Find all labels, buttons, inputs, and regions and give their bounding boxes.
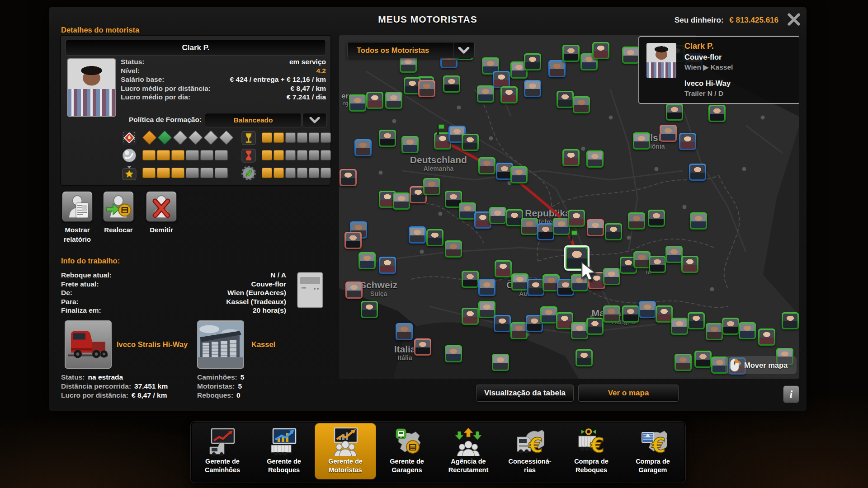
driver-marker[interactable] [553,218,570,235]
demitir-button[interactable]: Demitir [136,191,187,235]
driver-marker[interactable] [586,318,604,335]
driver-marker[interactable] [571,322,588,339]
driver-marker[interactable] [493,71,510,88]
driver-marker[interactable] [349,94,366,112]
driver-marker[interactable] [500,86,518,103]
driver-marker[interactable] [694,351,712,368]
driver-marker[interactable] [379,257,396,274]
driver-marker[interactable] [739,322,756,339]
toolbar-item-compra-de-garagem[interactable]: €Compra deGaragem [622,423,684,479]
driver-marker[interactable] [423,178,440,195]
driver-marker[interactable] [494,315,511,332]
driver-marker[interactable] [474,211,491,229]
driver-marker[interactable] [706,323,723,340]
driver-marker[interactable] [340,169,357,186]
driver-marker[interactable] [557,91,574,108]
driver-marker[interactable] [401,136,419,153]
driver-marker[interactable] [648,210,665,227]
driver-marker[interactable] [393,192,410,210]
driver-marker[interactable] [445,345,462,362]
driver-marker[interactable] [345,282,363,299]
garage-image[interactable] [197,320,244,369]
driver-marker[interactable] [681,256,698,273]
driver-marker[interactable] [573,96,590,113]
driver-marker[interactable] [379,130,396,147]
driver-marker[interactable] [639,301,656,318]
move-map-button[interactable]: Mover mapa [725,356,797,374]
info-button[interactable]: i [783,385,799,403]
driver-marker[interactable] [633,132,650,150]
driver-marker[interactable] [690,212,707,230]
driver-marker[interactable] [708,105,726,122]
driver-marker[interactable] [603,268,620,285]
driver-marker[interactable] [510,166,528,183]
driver-marker[interactable] [443,75,460,93]
driver-marker[interactable] [445,240,462,258]
driver-marker[interactable] [495,260,512,277]
toolbar-item-gerente-de-motoristas[interactable]: Gerente deMotoristas [315,423,376,479]
driver-filter-select[interactable]: Todos os Motoristas [347,42,458,58]
driver-marker[interactable] [524,53,541,70]
driver-marker[interactable] [656,305,673,323]
driver-marker[interactable] [524,80,541,97]
toolbar-item-gerente-de-garagens[interactable]: Gerente deGaragens [376,423,438,479]
driver-marker[interactable] [633,251,651,268]
driver-marker[interactable] [418,80,435,97]
driver-marker[interactable] [537,223,554,240]
driver-marker[interactable] [366,92,383,109]
toolbar-item-ag-ncia-de-recrutament[interactable]: Agência deRecrutament [438,423,499,479]
driver-marker[interactable] [622,305,639,323]
driver-marker[interactable] [666,103,683,121]
driver-marker[interactable] [592,42,609,59]
driver-marker[interactable] [527,279,544,296]
driver-marker[interactable] [660,125,677,142]
driver-marker[interactable] [511,273,528,291]
driver-marker[interactable] [462,134,479,151]
driver-marker[interactable] [359,252,376,269]
driver-marker[interactable] [385,92,402,109]
driver-marker[interactable] [489,207,506,224]
driver-marker[interactable] [587,219,604,236]
chevron-down-icon[interactable] [453,42,475,58]
driver-marker[interactable] [548,60,566,77]
driver-marker[interactable] [462,308,479,325]
toolbar-item-compra-de-reboques[interactable]: €Compra deReboques [561,423,622,479]
truck-image[interactable] [65,320,112,369]
driver-marker[interactable] [506,209,523,226]
driver-marker[interactable] [675,354,692,371]
driver-marker[interactable] [478,279,495,296]
driver-marker[interactable] [361,301,378,318]
driver-marker[interactable] [478,157,495,174]
driver-marker[interactable] [556,312,573,329]
close-icon[interactable] [787,12,801,27]
driver-marker[interactable] [622,47,639,64]
driver-marker[interactable] [568,210,585,227]
training-policy-select[interactable]: Balanceado [205,113,302,127]
driver-marker[interactable] [688,312,705,329]
driver-marker[interactable] [354,139,372,156]
driver-marker[interactable] [396,323,413,340]
driver-marker[interactable] [562,45,580,62]
toolbar-item-gerente-de-reboques[interactable]: Gerente deReboques [253,423,315,479]
driver-marker[interactable] [562,149,580,166]
toolbar-item-concession-rias[interactable]: €Concessioná-rias [499,423,561,479]
driver-marker[interactable] [510,322,528,339]
driver-marker[interactable] [758,328,775,346]
driver-marker[interactable] [521,218,538,235]
drivers-map[interactable]: DeutschlandAlemanhaPolskaPolôniaČeská Re… [339,35,799,379]
driver-marker[interactable] [665,246,683,263]
driver-marker[interactable] [679,133,696,150]
driver-marker[interactable] [689,164,706,181]
driver-marker[interactable] [409,226,426,244]
chevron-down-icon[interactable] [302,113,327,127]
driver-marker[interactable] [603,305,620,323]
driver-marker[interactable] [649,256,666,273]
driver-marker[interactable] [459,202,476,220]
driver-marker[interactable] [492,354,509,371]
driver-marker[interactable] [477,85,494,103]
driver-marker[interactable] [576,349,593,366]
driver-marker[interactable] [540,306,557,324]
driver-marker[interactable] [671,318,688,335]
map-view-button[interactable]: Ver o mapa [578,385,679,402]
toolbar-item-gerente-de-caminh-es[interactable]: Gerente deCaminhões [192,423,253,479]
